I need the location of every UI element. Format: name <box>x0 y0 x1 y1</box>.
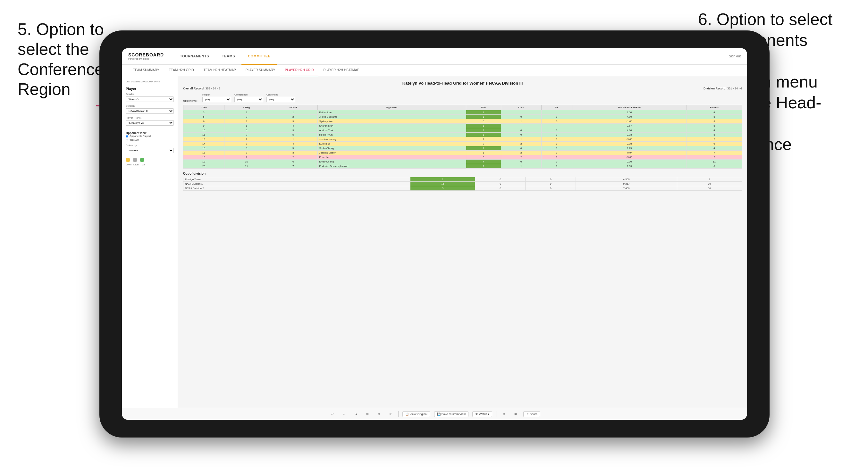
cell-reg: 6 <box>224 128 269 133</box>
cell-conf: 1 <box>269 110 317 115</box>
colour-by-select[interactable]: Win/loss <box>126 148 174 153</box>
cell-div: 3 <box>183 110 224 115</box>
division-select[interactable]: NCAA Division III <box>126 108 174 114</box>
cell-rounds: 3 <box>686 115 742 119</box>
cell-win: 2 <box>466 164 501 168</box>
share-button[interactable]: ↗ Share <box>523 411 540 417</box>
cell-div: 10 <box>183 128 224 133</box>
cell-diff: 3.67 <box>572 124 686 128</box>
ood-cell-win: 15 <box>410 182 475 186</box>
sub-nav-player-summary[interactable]: PLAYER SUMMARY <box>241 65 280 76</box>
cell-win: 0 <box>466 119 501 124</box>
table-row: 15 8 5 Stella Cheng 1 0 0 1.25 4 <box>183 146 742 151</box>
cell-loss: 0 <box>501 133 541 137</box>
cell-tie: 0 <box>541 160 572 164</box>
cell-tie: 0 <box>541 115 572 119</box>
player-rank-select[interactable]: 6. Katelyn Vo <box>126 120 174 126</box>
ood-table-row: NCAA Division 2 5 0 0 7.400 10 <box>183 186 742 191</box>
comment-button[interactable]: ⊕ <box>500 411 508 417</box>
ood-cell-loss: 0 <box>475 182 526 186</box>
cell-rounds: 4 <box>686 128 742 133</box>
cell-tie <box>541 124 572 128</box>
out-of-division-title: Out of division <box>183 172 742 175</box>
radio-opponents-played[interactable]: Opponents Played <box>126 135 174 137</box>
cell-tie <box>541 110 572 115</box>
grid-button[interactable]: ⊞ <box>364 411 371 417</box>
main-content: Last Updated: 27/03/2024 04:44 Player Ge… <box>122 76 747 408</box>
region-select[interactable]: (All) <box>202 97 231 102</box>
watch-button[interactable]: 👁 Watch ▾ <box>472 411 492 417</box>
ood-cell-name: NCAA Division 2 <box>183 186 410 191</box>
cell-win: 2 <box>466 128 501 133</box>
cell-diff: -5.00 <box>572 155 686 160</box>
colour-dot-down <box>126 158 130 162</box>
cell-opponent: Federica Domecq Lacroze <box>317 164 466 168</box>
ood-cell-loss: 0 <box>475 177 526 182</box>
cell-opponent: Andrea York <box>317 128 466 133</box>
save-custom-view-button[interactable]: 💾 Save Custom View <box>434 411 468 417</box>
view-original-button[interactable]: 📋 View: Original <box>402 411 430 417</box>
cell-diff: 1.50 <box>572 110 686 115</box>
top-nav: SCOREBOARD Powered by clippd TOURNAMENTS… <box>122 48 747 65</box>
col-rounds: Rounds <box>686 105 742 110</box>
cell-tie: 0 <box>541 151 572 155</box>
nav-item-committee[interactable]: COMMITTEE <box>242 48 277 65</box>
cell-rounds: 4 <box>686 110 742 115</box>
h2h-table: # Div # Reg # Conf Opponent Win Loss Tie… <box>183 105 742 168</box>
table-row: 13 1 1 Jessica Huang 1 1 0 -3.00 2 <box>183 137 742 142</box>
cell-conf: 3 <box>269 151 317 155</box>
table-row: 14 7 4 Eunice Yi 2 2 0 0.38 9 <box>183 142 742 146</box>
conference-select[interactable]: (All) <box>235 97 263 102</box>
cell-conf: 1 <box>269 137 317 142</box>
colour-legend <box>126 158 174 162</box>
sub-nav-player-h2h-grid[interactable]: PLAYER H2H GRID <box>280 65 318 76</box>
table-row: 19 10 6 Emily Chang 4 0 0 0.30 11 <box>183 160 742 164</box>
cell-rounds: 9 <box>686 142 742 146</box>
cell-opponent: Jessica Mason <box>317 151 466 155</box>
sub-nav-team-h2h-grid[interactable]: TEAM H2H GRID <box>164 65 199 76</box>
redo-button[interactable]: ↪ <box>352 411 360 417</box>
cell-reg: 3 <box>224 151 269 155</box>
cell-loss: 2 <box>501 151 541 155</box>
undo-button[interactable]: ↩ <box>329 411 336 417</box>
cell-tie: 0 <box>541 146 572 151</box>
ood-table-row: Foreign Team 1 0 0 4.500 2 <box>183 177 742 182</box>
nav-item-tournaments[interactable]: TOURNAMENTS <box>174 48 215 65</box>
app-screen: SCOREBOARD Powered by clippd TOURNAMENTS… <box>122 48 747 420</box>
cell-reg: 11 <box>224 164 269 168</box>
cell-opponent: Esther Lee <box>317 110 466 115</box>
grid2-button[interactable]: ⊞ <box>512 411 520 417</box>
cell-div: 13 <box>183 137 224 142</box>
filter-row: Opponents: Region (All) Conference (All) <box>183 93 742 102</box>
back-button[interactable]: ← <box>340 411 348 417</box>
cell-div: 19 <box>183 160 224 164</box>
sub-nav: TEAM SUMMARY TEAM H2H GRID TEAM H2H HEAT… <box>122 65 747 76</box>
conference-filter: Conference (All) <box>235 93 263 102</box>
add-button[interactable]: ⊕ <box>375 411 383 417</box>
table-row: 20 11 7 Federica Domecq Lacroze 2 1 0 1.… <box>183 164 742 168</box>
cell-tie: 0 <box>541 164 572 168</box>
col-diff: Diff Av Strokes/Rnd <box>572 105 686 110</box>
player-rank-label: Player (Rank) <box>126 116 174 119</box>
gender-select[interactable]: Women's <box>126 96 174 102</box>
cell-diff: 0.38 <box>572 142 686 146</box>
cell-conf: 4 <box>269 124 317 128</box>
radio-top-100[interactable]: Top 100 <box>126 138 174 142</box>
opponent-select[interactable]: (All) <box>267 97 295 102</box>
colour-dot-up <box>140 158 144 162</box>
sub-nav-team-summary[interactable]: TEAM SUMMARY <box>128 65 164 76</box>
refresh-button[interactable]: ↺ <box>387 411 394 417</box>
cell-div: 9 <box>183 124 224 128</box>
cell-conf: 5 <box>269 133 317 137</box>
nav-item-teams[interactable]: TEAMS <box>215 48 242 65</box>
cell-loss <box>501 124 541 128</box>
cell-win: 1 <box>466 151 501 155</box>
cell-opponent: Alexis Sudjianto <box>317 115 466 119</box>
table-row: 5 2 2 Alexis Sudjianto 1 0 0 4.00 3 <box>183 115 742 119</box>
table-row: 11 2 5 Heejo Hyun 1 0 0 3.33 3 <box>183 133 742 137</box>
cell-reg: 2 <box>224 155 269 160</box>
sign-out-button[interactable]: Sign out <box>729 55 741 58</box>
cell-reg: 3 <box>224 119 269 124</box>
sub-nav-player-h2h-heatmap[interactable]: PLAYER H2H HEATMAP <box>318 65 364 76</box>
sub-nav-team-h2h-heatmap[interactable]: TEAM H2H HEATMAP <box>199 65 241 76</box>
